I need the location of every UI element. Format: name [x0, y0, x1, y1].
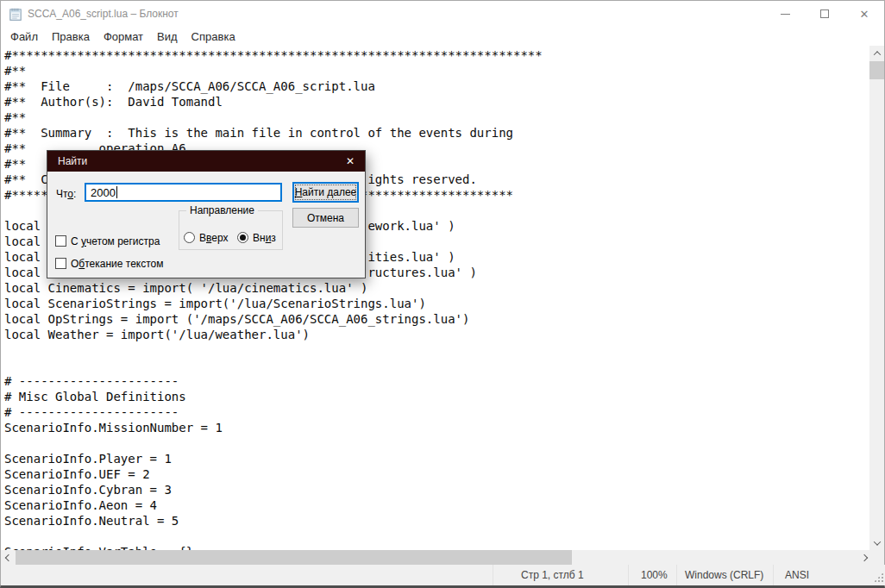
match-case-checkbox[interactable]	[55, 235, 66, 247]
chevron-left-icon	[4, 554, 11, 560]
editor-text[interactable]: #***************************************…	[1, 46, 870, 550]
menu-view[interactable]: Вид	[150, 28, 185, 45]
direction-group: Направление	[179, 210, 283, 250]
match-case-label[interactable]: С учетом регистра	[71, 235, 160, 247]
text-caret	[116, 186, 117, 198]
find-what-input[interactable]: 2000	[85, 183, 282, 202]
find-dialog-title: Найти	[58, 155, 87, 167]
chevron-down-icon	[873, 538, 880, 545]
direction-up-radio[interactable]	[184, 232, 195, 243]
scroll-up-button[interactable]	[869, 46, 884, 60]
notepad-icon	[8, 6, 23, 22]
chevron-right-icon	[860, 554, 867, 560]
find-what-value: 2000	[91, 186, 116, 199]
minimize-button[interactable]	[765, 1, 805, 27]
find-dialog: Найти ✕ Что: 2000 Найти далее Отмена Нап…	[47, 150, 366, 278]
menubar: Файл Правка Формат Вид Справка	[1, 27, 884, 46]
vertical-scrollbar-thumb[interactable]	[869, 61, 884, 79]
scroll-left-button[interactable]	[1, 550, 16, 565]
maximize-icon	[820, 9, 829, 18]
titlebar[interactable]: SCCA_A06_script.lua – Блокнот ✕	[1, 1, 884, 27]
menu-edit[interactable]: Правка	[45, 28, 97, 45]
editor-area[interactable]: #***************************************…	[1, 46, 870, 550]
maximize-button[interactable]	[805, 1, 844, 27]
menu-help[interactable]: Справка	[185, 28, 242, 45]
status-line-ending: Windows (CRLF)	[676, 565, 773, 585]
find-dialog-close-button[interactable]: ✕	[336, 151, 365, 172]
chevron-up-icon	[873, 51, 880, 58]
scroll-down-button[interactable]	[869, 535, 884, 550]
wrap-around-label[interactable]: Обтекание текстом	[71, 258, 163, 270]
find-next-button[interactable]: Найти далее	[292, 182, 359, 203]
scrollbar-corner	[869, 550, 884, 565]
status-zoom-level: 100%	[628, 565, 676, 585]
direction-down-radio[interactable]	[237, 232, 248, 243]
horizontal-scrollbar-thumb[interactable]	[16, 550, 572, 565]
close-button[interactable]: ✕	[844, 1, 884, 27]
find-what-label: Что:	[56, 188, 76, 200]
find-dialog-titlebar[interactable]: Найти ✕	[47, 151, 365, 172]
status-encoding: ANSI	[773, 565, 885, 585]
status-spacer	[1, 565, 493, 585]
cancel-button[interactable]: Отмена	[292, 208, 359, 228]
window-title: SCCA_A06_script.lua – Блокнот	[28, 8, 179, 20]
direction-down-label[interactable]: Вниз	[253, 232, 276, 244]
status-bar: Стр 1, стлб 1 100% Windows (CRLF) ANSI	[1, 565, 885, 585]
status-cursor-position: Стр 1, стлб 1	[493, 565, 628, 585]
menu-file[interactable]: Файл	[3, 28, 45, 45]
close-icon: ✕	[346, 155, 355, 167]
menu-format[interactable]: Формат	[97, 28, 150, 45]
horizontal-scrollbar[interactable]	[1, 550, 871, 565]
resize-grip[interactable]	[874, 572, 883, 582]
close-icon: ✕	[860, 9, 869, 20]
notepad-window: SCCA_A06_script.lua – Блокнот ✕ Файл Пра…	[0, 0, 885, 588]
wrap-around-checkbox[interactable]	[55, 258, 66, 269]
direction-group-label: Направление	[186, 204, 258, 216]
vertical-scrollbar[interactable]	[869, 46, 884, 550]
direction-up-label[interactable]: Вверх	[199, 232, 228, 244]
minimize-icon	[781, 14, 790, 15]
